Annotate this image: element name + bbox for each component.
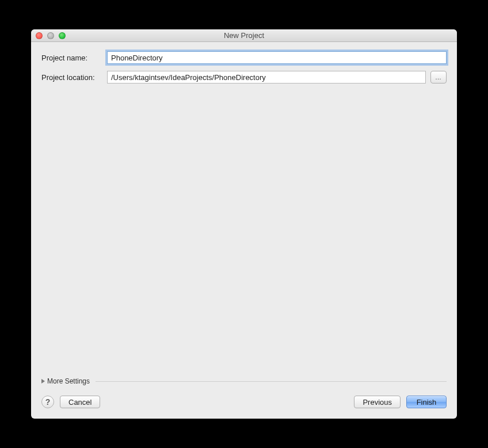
window-controls (31, 32, 66, 39)
project-location-row: Project location: … (41, 71, 447, 83)
more-settings-toggle[interactable]: More Settings (41, 374, 447, 391)
content-spacer (41, 90, 447, 374)
close-window-button[interactable] (36, 32, 43, 39)
new-project-dialog: New Project Project name: Project locati… (31, 29, 457, 419)
cancel-button[interactable]: Cancel (60, 396, 100, 408)
disclosure-triangle-icon (41, 379, 45, 384)
window-title: New Project (31, 31, 457, 40)
finish-button[interactable]: Finish (406, 396, 447, 408)
project-name-label: Project name: (41, 54, 102, 62)
browse-location-button[interactable]: … (430, 71, 447, 83)
project-name-row: Project name: (41, 51, 447, 64)
minimize-window-button[interactable] (47, 32, 54, 39)
project-location-input[interactable] (107, 71, 426, 83)
titlebar: New Project (31, 29, 457, 42)
more-settings-divider (96, 381, 447, 382)
project-name-input[interactable] (107, 51, 447, 64)
zoom-window-button[interactable] (59, 32, 66, 39)
more-settings-label: More Settings (47, 377, 90, 385)
help-button[interactable]: ? (41, 396, 54, 408)
button-bar: ? Cancel Previous Finish (31, 391, 457, 419)
previous-button[interactable]: Previous (354, 396, 401, 408)
dialog-content: Project name: Project location: … More S… (31, 42, 457, 391)
project-location-label: Project location: (41, 73, 102, 82)
